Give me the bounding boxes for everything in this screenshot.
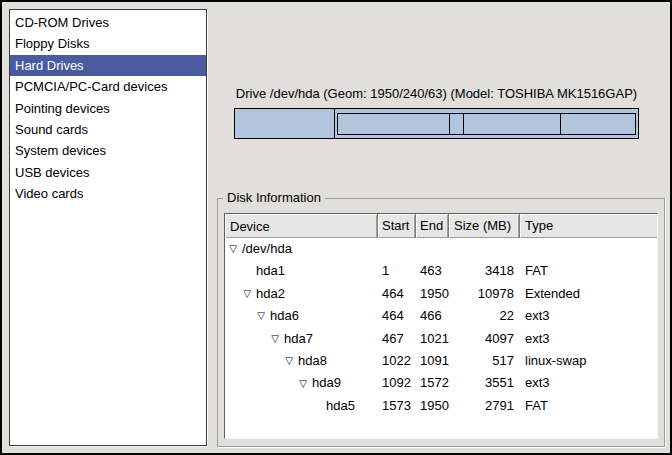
- start-cylinder: 464: [378, 305, 416, 327]
- sidebar-item-pointing-devices[interactable]: Pointing devices: [10, 98, 206, 119]
- partition-type: [520, 238, 657, 260]
- tree-expander-icon[interactable]: ▽: [241, 289, 253, 299]
- device-name: hda2: [256, 283, 285, 305]
- end-cylinder: 1950: [416, 395, 449, 417]
- partition-type: FAT: [520, 260, 657, 282]
- partition-divider: [463, 114, 464, 134]
- size-mb: [449, 238, 520, 260]
- end-cylinder: 463: [416, 260, 449, 282]
- table-row-hda6[interactable]: ▽hda646446622ext3: [225, 305, 657, 327]
- partition-type: Extended: [520, 283, 657, 305]
- table-row-hda9[interactable]: ▽hda9109215723551ext3: [225, 372, 657, 394]
- tree-expander-icon[interactable]: ▽: [297, 379, 309, 389]
- partition-divider: [560, 114, 561, 134]
- tree-expander-icon[interactable]: ▽: [269, 334, 281, 344]
- partition-divider: [449, 114, 450, 134]
- sidebar-item-sound-cards[interactable]: Sound cards: [10, 119, 206, 140]
- hardware-browser-window: CD-ROM DrivesFloppy DisksHard DrivesPCMC…: [0, 0, 672, 455]
- partition-type: ext3: [520, 305, 657, 327]
- column-header-size-mb-[interactable]: Size (MB): [449, 214, 520, 238]
- size-mb: 3551: [449, 372, 520, 394]
- tree-expander-icon[interactable]: ▽: [283, 356, 295, 366]
- disk-information-frame: Disk Information DeviceStartEndSize (MB)…: [217, 198, 665, 447]
- end-cylinder: 1572: [416, 372, 449, 394]
- table-row-hda7[interactable]: ▽hda746710214097ext3: [225, 328, 657, 350]
- partition-type: ext3: [520, 328, 657, 350]
- start-cylinder: [378, 238, 416, 260]
- table-row-hda2[interactable]: ▽hda2464195010978Extended: [225, 283, 657, 305]
- sidebar-item-hard-drives[interactable]: Hard Drives: [10, 55, 206, 76]
- tree-expander-icon[interactable]: ▽: [255, 311, 267, 321]
- sidebar-item-video-cards[interactable]: Video cards: [10, 183, 206, 204]
- column-header-start[interactable]: Start: [378, 214, 416, 238]
- sidebar-item-system-devices[interactable]: System devices: [10, 140, 206, 161]
- partition-table-body: ▽/dev/hdahda114633418FAT▽hda246419501097…: [225, 238, 657, 417]
- end-cylinder: [416, 238, 449, 260]
- size-mb: 2791: [449, 395, 520, 417]
- column-header-end[interactable]: End: [416, 214, 449, 238]
- device-name: hda1: [256, 260, 285, 282]
- start-cylinder: 1: [378, 260, 416, 282]
- device-name: hda7: [284, 328, 313, 350]
- tree-expander-icon[interactable]: ▽: [227, 244, 239, 254]
- partition-type: ext3: [520, 372, 657, 394]
- end-cylinder: 1021: [416, 328, 449, 350]
- device-category-list: CD-ROM DrivesFloppy DisksHard DrivesPCMC…: [9, 9, 207, 446]
- start-cylinder: 1092: [378, 372, 416, 394]
- sidebar-item-cd-rom-drives[interactable]: CD-ROM Drives: [10, 12, 206, 33]
- device-name: hda5: [326, 395, 355, 417]
- device-name: hda6: [270, 305, 299, 327]
- start-cylinder: 467: [378, 328, 416, 350]
- table-row-hda1[interactable]: hda114633418FAT: [225, 260, 657, 282]
- drive-title: Drive /dev/hda (Geom: 1950/240/63) (Mode…: [234, 86, 639, 101]
- size-mb: 10978: [449, 283, 520, 305]
- sidebar-item-floppy-disks[interactable]: Floppy Disks: [10, 33, 206, 54]
- end-cylinder: 466: [416, 305, 449, 327]
- partition-type: FAT: [520, 395, 657, 417]
- size-mb: 517: [449, 350, 520, 372]
- column-header-device[interactable]: Device: [225, 214, 378, 238]
- end-cylinder: 1950: [416, 283, 449, 305]
- start-cylinder: 1022: [378, 350, 416, 372]
- device-name: /dev/hda: [242, 238, 292, 260]
- disk-information-label: Disk Information: [223, 190, 325, 206]
- sidebar-item-pcmcia-pc-card-devices[interactable]: PCMCIA/PC-Card devices: [10, 76, 206, 97]
- device-name: hda9: [312, 372, 341, 394]
- partition-table-header: DeviceStartEndSize (MB)Type: [225, 214, 657, 238]
- partition-hda2-extended-box: [337, 113, 636, 135]
- partition-hda1-segment: [235, 109, 335, 138]
- size-mb: 4097: [449, 328, 520, 350]
- table-row-hda5[interactable]: hda5157319502791FAT: [225, 395, 657, 417]
- end-cylinder: 1091: [416, 350, 449, 372]
- column-header-type[interactable]: Type: [520, 214, 657, 238]
- start-cylinder: 1573: [378, 395, 416, 417]
- sidebar-item-usb-devices[interactable]: USB devices: [10, 162, 206, 183]
- size-mb: 3418: [449, 260, 520, 282]
- partition-table: DeviceStartEndSize (MB)Type ▽/dev/hdahda…: [224, 213, 658, 439]
- table-row--dev-hda[interactable]: ▽/dev/hda: [225, 238, 657, 260]
- table-row-hda8[interactable]: ▽hda810221091517linux-swap: [225, 350, 657, 372]
- partition-type: linux-swap: [520, 350, 657, 372]
- drive-partition-bar: [234, 108, 639, 139]
- device-name: hda8: [298, 350, 327, 372]
- size-mb: 22: [449, 305, 520, 327]
- start-cylinder: 464: [378, 283, 416, 305]
